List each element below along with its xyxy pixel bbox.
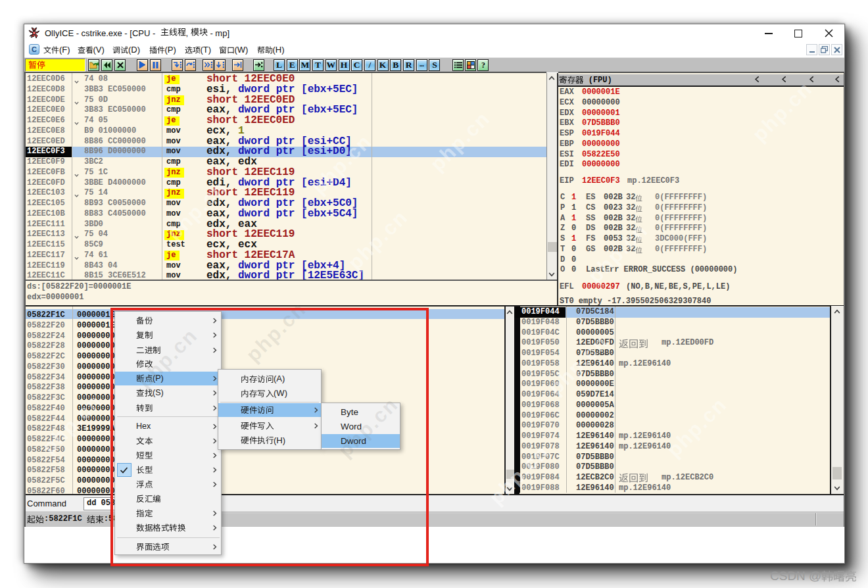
svg-text:?: ? — [481, 61, 485, 69]
